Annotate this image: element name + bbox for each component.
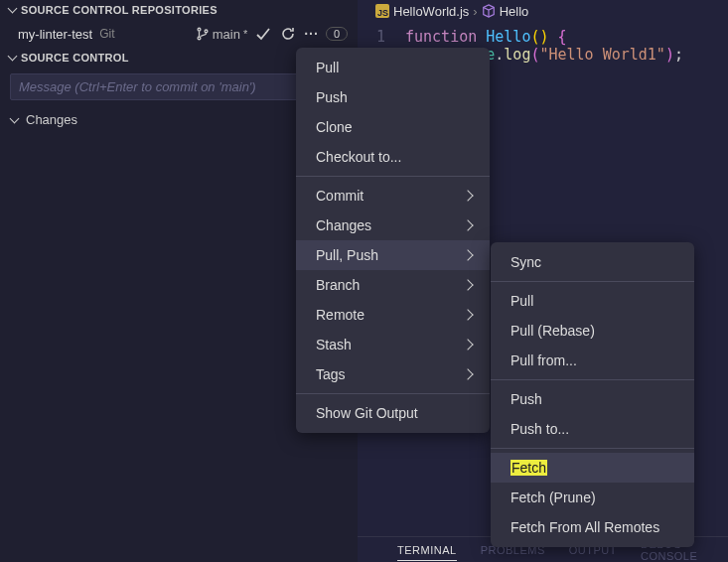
menu-checkout[interactable]: Checkout to... — [296, 142, 490, 172]
changes-label: Changes — [26, 112, 77, 127]
submenu-push[interactable]: Push — [491, 384, 694, 414]
submenu-fetch-all[interactable]: Fetch From All Remotes — [491, 512, 694, 542]
chevron-right-icon — [462, 249, 473, 260]
menu-separator — [491, 379, 694, 380]
chevron-down-icon — [8, 5, 18, 15]
refresh-icon[interactable] — [279, 25, 297, 43]
symbol-name: Hello — [500, 4, 529, 19]
chevron-down-icon — [10, 115, 20, 125]
submenu-pull[interactable]: Pull — [491, 286, 694, 316]
submenu-pull-from[interactable]: Pull from... — [491, 346, 694, 375]
repository-row[interactable]: my-linter-test Git main * ··· 0 — [0, 20, 358, 48]
menu-stash[interactable]: Stash — [296, 330, 490, 359]
changes-badge: 0 — [326, 27, 348, 41]
svg-point-2 — [205, 30, 208, 33]
menu-separator — [491, 281, 694, 282]
scm-context-menu: Pull Push Clone Checkout to... Commit Ch… — [296, 48, 490, 433]
menu-push[interactable]: Push — [296, 82, 490, 112]
branch-icon — [196, 27, 210, 41]
menu-changes[interactable]: Changes — [296, 211, 490, 240]
chevron-right-icon — [462, 279, 473, 290]
submenu-fetch[interactable]: Fetch — [491, 453, 694, 483]
more-actions-icon[interactable]: ··· — [304, 26, 319, 42]
menu-separator — [296, 176, 490, 177]
branch-name: main — [213, 27, 240, 42]
commit-check-icon[interactable] — [254, 25, 272, 43]
js-file-icon: JS — [375, 4, 389, 18]
chevron-right-icon: › — [473, 4, 477, 19]
chevron-right-icon — [462, 219, 473, 230]
submenu-pull-rebase[interactable]: Pull (Rebase) — [491, 316, 694, 346]
chevron-right-icon — [462, 190, 473, 201]
menu-separator — [296, 393, 490, 394]
submenu-push-to[interactable]: Push to... — [491, 414, 694, 444]
menu-tags[interactable]: Tags — [296, 359, 490, 389]
source-control-title: SOURCE CONTROL — [21, 52, 129, 64]
code-line-1: function Hello() { — [405, 28, 567, 46]
breadcrumb[interactable]: JS HelloWorld.js › Hello — [358, 0, 728, 22]
repositories-title: SOURCE CONTROL REPOSITORIES — [21, 4, 218, 16]
svg-point-0 — [198, 28, 201, 31]
pull-push-submenu: Sync Pull Pull (Rebase) Pull from... Pus… — [491, 242, 694, 547]
branch-indicator[interactable]: main * — [196, 27, 247, 42]
menu-separator — [491, 448, 694, 449]
branch-sync-star: * — [243, 28, 247, 40]
submenu-sync[interactable]: Sync — [491, 247, 694, 277]
chevron-right-icon — [462, 309, 473, 320]
menu-pull-push[interactable]: Pull, Push — [296, 240, 490, 270]
menu-pull[interactable]: Pull — [296, 53, 490, 82]
repo-type: Git — [99, 27, 114, 41]
file-name: HelloWorld.js — [393, 4, 469, 19]
menu-clone[interactable]: Clone — [296, 112, 490, 142]
line-number: 1 — [358, 28, 405, 46]
repositories-header[interactable]: SOURCE CONTROL REPOSITORIES — [0, 0, 358, 20]
menu-commit[interactable]: Commit — [296, 181, 490, 211]
submenu-fetch-prune[interactable]: Fetch (Prune) — [491, 483, 694, 512]
chevron-right-icon — [462, 339, 473, 350]
tab-terminal[interactable]: TERMINAL — [397, 544, 457, 561]
chevron-right-icon — [462, 368, 473, 379]
symbol-icon — [482, 4, 496, 18]
chevron-down-icon — [8, 53, 18, 63]
repo-name: my-linter-test — [18, 27, 92, 42]
menu-remote[interactable]: Remote — [296, 300, 490, 330]
menu-show-git-output[interactable]: Show Git Output — [296, 398, 490, 428]
menu-branch[interactable]: Branch — [296, 270, 490, 300]
commit-message-field[interactable] — [19, 79, 339, 94]
svg-point-1 — [198, 37, 201, 40]
